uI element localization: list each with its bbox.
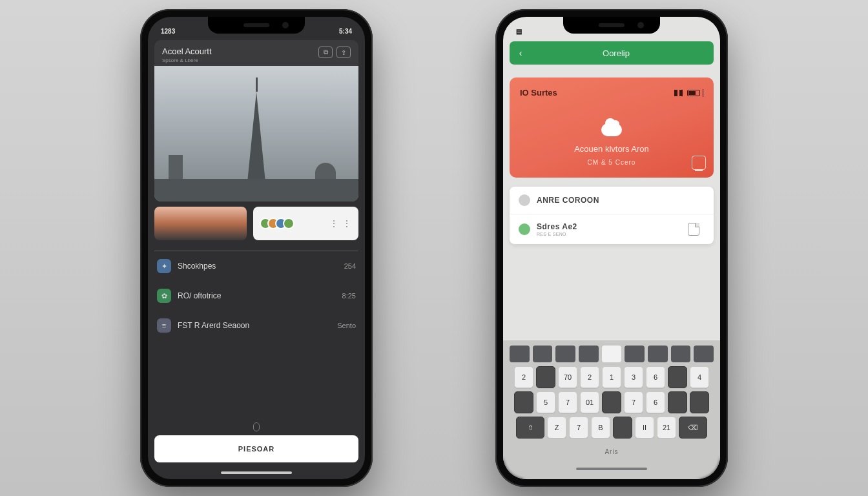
status-left-icon: ▤: [516, 28, 522, 35]
key[interactable]: 5: [536, 391, 555, 413]
keyboard-row: 5 7 01 7 6: [508, 391, 715, 413]
suggestion-list: ANRE COROON Sdres Ae2 RES E SENO: [510, 187, 714, 244]
suggestion-row[interactable]: ANRE COROON: [510, 187, 714, 214]
expand-icon[interactable]: [692, 156, 706, 170]
key[interactable]: 4: [690, 366, 709, 388]
shift-key[interactable]: ⇧: [516, 417, 544, 439]
keyboard-row: ⇧ Z 7 B II 21 ⌫: [508, 417, 715, 439]
key[interactable]: 7: [624, 391, 643, 413]
list-icon: ✿: [157, 289, 171, 303]
keyboard-suggestion-text: Aris: [604, 448, 618, 455]
key[interactable]: [668, 366, 687, 388]
primary-button-label: PIESOAR: [238, 445, 275, 453]
dot-icon: [519, 223, 530, 235]
list-icon: ≡: [157, 318, 171, 333]
keyboard-suggestion[interactable]: Aris: [508, 442, 715, 461]
mic-icon[interactable]: [253, 422, 260, 431]
more-icon[interactable]: ⋮ ⋮: [329, 218, 352, 229]
suggestion-title: ANRE COROON: [537, 196, 599, 205]
avatar: [283, 218, 294, 229]
list-value: 8:25: [342, 292, 356, 300]
phone-left: 1283 5:34 Acoel Acourtt Spsore & Lbere ⧉…: [140, 9, 373, 487]
key[interactable]: [514, 391, 533, 413]
suggestion-title: Sdres Ae2: [537, 222, 577, 231]
list-item[interactable]: ≡ FST R Arerd Seaoon Sento: [148, 311, 365, 340]
card-line1: Acouen klvtors Aron: [520, 144, 703, 154]
copy-icon[interactable]: ⧉: [318, 46, 333, 58]
key[interactable]: 7: [569, 417, 588, 439]
key[interactable]: II: [635, 417, 654, 439]
notch: [563, 17, 660, 34]
weather-card[interactable]: IO Surtes Acouen klvtors Aron CM & 5 Cce…: [510, 78, 714, 178]
notch: [208, 17, 305, 34]
status-right: 5:34: [339, 28, 352, 35]
suggestion-sub: RES E SENO: [537, 232, 577, 236]
list-icon: ✦: [157, 259, 171, 273]
key[interactable]: 7: [558, 391, 577, 413]
key[interactable]: 1: [602, 366, 621, 388]
keyboard-row: 2 70 2 1 3 6 4: [508, 366, 715, 388]
key[interactable]: 6: [646, 366, 665, 388]
cloud-icon: [601, 123, 622, 136]
list-label: Shcokhpes: [178, 262, 216, 271]
key[interactable]: 6: [646, 391, 665, 413]
key[interactable]: 01: [580, 391, 599, 413]
keyboard-thumbstrip: [508, 346, 715, 362]
home-indicator[interactable]: [221, 471, 292, 474]
key[interactable]: B: [591, 417, 610, 439]
key[interactable]: [668, 391, 687, 413]
backspace-key[interactable]: ⌫: [679, 417, 707, 439]
key[interactable]: Z: [547, 417, 566, 439]
dot-icon: [519, 194, 530, 206]
list-item[interactable]: ✿ RO/ oftotrice 8:25: [148, 281, 365, 311]
list-label: RO/ oftotrice: [178, 291, 221, 300]
list-item[interactable]: ✦ Shcokhpes 254: [148, 251, 365, 281]
hero-title: Acoel Acourtt: [162, 46, 212, 56]
hero-card[interactable]: Acoel Acourtt Spsore & Lbere ⧉ ⇪: [154, 40, 358, 202]
people-pill[interactable]: ⋮ ⋮: [253, 207, 358, 240]
home-indicator[interactable]: [576, 468, 647, 470]
key[interactable]: [613, 417, 632, 439]
signal-battery-icon: [674, 89, 703, 97]
hero-subtitle: Spsore & Lbere: [162, 57, 212, 63]
list-value: Sento: [337, 322, 356, 329]
avatar-stack: [260, 218, 294, 229]
key[interactable]: [690, 391, 709, 413]
key[interactable]: 2: [580, 366, 599, 388]
keyboard: 2 70 2 1 3 6 4 5 7 01 7 6: [503, 340, 720, 479]
suggestion-row[interactable]: Sdres Ae2 RES E SENO: [510, 214, 714, 244]
list-label: FST R Arerd Seaoon: [178, 321, 249, 330]
card-line2: CM & 5 Ccero: [520, 159, 703, 166]
key[interactable]: 3: [624, 366, 643, 388]
list-value: 254: [344, 262, 356, 270]
key[interactable]: 70: [558, 366, 577, 388]
header-title: Oorelip: [519, 48, 714, 58]
thumbnail-sunset[interactable]: [154, 207, 247, 240]
status-time: 1283: [161, 28, 175, 35]
key[interactable]: 21: [657, 417, 676, 439]
card-top-label: IO Surtes: [520, 88, 557, 98]
key[interactable]: [602, 391, 621, 413]
header-bar: ‹ Oorelip: [510, 41, 714, 65]
primary-button[interactable]: PIESOAR: [154, 435, 358, 462]
share-icon[interactable]: ⇪: [336, 46, 351, 58]
key[interactable]: [536, 366, 555, 388]
phone-right: ▤ ‹ Oorelip IO Surtes Acouen klvtors Aro…: [495, 9, 728, 487]
key[interactable]: 2: [514, 366, 533, 388]
hero-image: [154, 66, 358, 202]
page-icon[interactable]: [688, 223, 699, 236]
